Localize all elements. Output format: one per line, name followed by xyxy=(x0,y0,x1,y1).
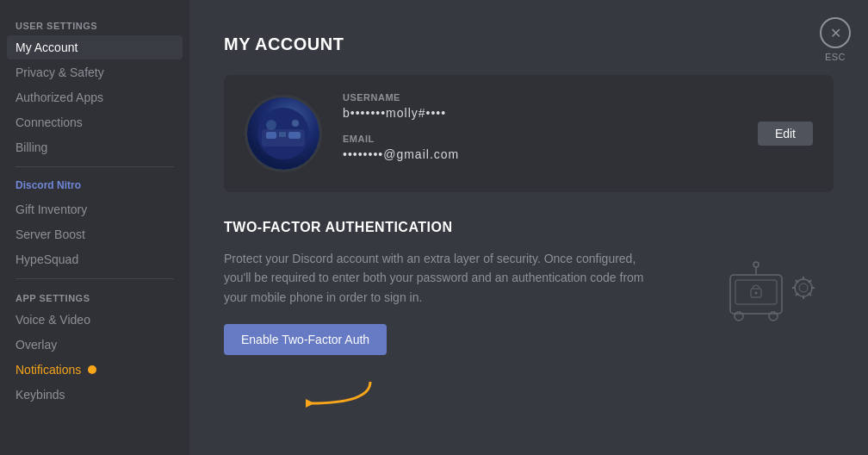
username-label: Username xyxy=(343,92,758,103)
svg-point-14 xyxy=(755,292,758,295)
sidebar-item-label: Overlay xyxy=(16,338,57,352)
sidebar-item-label: Gift Inventory xyxy=(16,203,87,216)
page-title: My Account xyxy=(224,34,834,54)
arrow-indicator xyxy=(301,377,379,412)
sidebar-item-label: Keybinds xyxy=(16,388,65,402)
user-settings-section-label: User Settings xyxy=(7,14,183,34)
arrow-svg xyxy=(301,377,379,412)
tfa-illustration xyxy=(713,249,834,327)
account-info: Username b•••••••molly#•••• Email ••••••… xyxy=(343,92,758,175)
sidebar-divider-2 xyxy=(16,278,174,279)
sidebar-item-gift-inventory[interactable]: Gift Inventory xyxy=(7,197,183,221)
notification-dot xyxy=(88,365,96,374)
account-card: Username b•••••••molly#•••• Email ••••••… xyxy=(224,75,834,192)
sidebar-item-label: Server Boost xyxy=(16,228,85,241)
sidebar-item-label: Discord Nitro xyxy=(16,179,81,191)
tfa-text: Protect your Discord account with an ext… xyxy=(224,249,654,355)
sidebar-item-my-account[interactable]: My Account xyxy=(7,35,183,59)
sidebar-item-label: Notifications xyxy=(16,363,81,377)
svg-rect-2 xyxy=(266,132,276,139)
close-button-container: ✕ ESC xyxy=(820,17,851,62)
sidebar-item-label: My Account xyxy=(16,41,78,54)
svg-rect-3 xyxy=(279,132,286,137)
tfa-content: Protect your Discord account with an ext… xyxy=(224,249,834,355)
sidebar-item-label: Connections xyxy=(16,115,83,129)
username-value: b•••••••molly#•••• xyxy=(343,106,758,120)
avatar-inner xyxy=(247,97,319,170)
sidebar-item-billing[interactable]: Billing xyxy=(7,135,183,159)
sidebar-item-keybinds[interactable]: Keybinds xyxy=(7,383,183,407)
svg-point-5 xyxy=(266,120,276,130)
tfa-description: Protect your Discord account with an ext… xyxy=(224,249,654,307)
sidebar: User Settings My Account Privacy & Safet… xyxy=(0,0,189,455)
svg-point-6 xyxy=(292,120,299,127)
svg-rect-4 xyxy=(288,132,301,139)
tfa-section: Two-Factor Authentication Protect your D… xyxy=(224,220,834,355)
avatar-image xyxy=(257,108,309,159)
sidebar-item-privacy-safety[interactable]: Privacy & Safety xyxy=(7,60,183,84)
sidebar-item-label: Voice & Video xyxy=(16,313,90,327)
edit-button[interactable]: Edit xyxy=(758,122,813,146)
sidebar-item-overlay[interactable]: Overlay xyxy=(7,333,183,357)
sidebar-item-notifications[interactable]: Notifications xyxy=(7,358,183,382)
enable-tfa-button[interactable]: Enable Two-Factor Auth xyxy=(224,324,387,355)
sidebar-item-authorized-apps[interactable]: Authorized Apps xyxy=(7,85,183,109)
svg-point-16 xyxy=(799,284,808,292)
sidebar-item-connections[interactable]: Connections xyxy=(7,110,183,134)
avatar xyxy=(245,95,322,172)
esc-label: ESC xyxy=(825,52,846,62)
sidebar-item-voice-video[interactable]: Voice & Video xyxy=(7,308,183,332)
tfa-illustration-svg xyxy=(713,249,834,327)
tfa-title: Two-Factor Authentication xyxy=(224,220,834,235)
sidebar-item-server-boost[interactable]: Server Boost xyxy=(7,222,183,246)
sidebar-item-discord-nitro: Discord Nitro xyxy=(7,174,183,196)
sidebar-divider-1 xyxy=(16,166,174,167)
sidebar-item-label: Privacy & Safety xyxy=(16,65,104,79)
close-button[interactable]: ✕ xyxy=(820,17,851,48)
sidebar-item-label: Billing xyxy=(16,140,47,154)
svg-marker-25 xyxy=(306,399,314,408)
app-settings-section-label: App Settings xyxy=(7,286,183,307)
sidebar-item-hypesquad[interactable]: HypeSquad xyxy=(7,247,183,271)
email-value: ••••••••@gmail.com xyxy=(343,147,758,161)
sidebar-item-label: HypeSquad xyxy=(16,252,78,266)
email-label: Email xyxy=(343,134,758,144)
main-content: ✕ ESC My Account Username b••••••• xyxy=(189,0,868,455)
sidebar-item-label: Authorized Apps xyxy=(16,90,103,104)
